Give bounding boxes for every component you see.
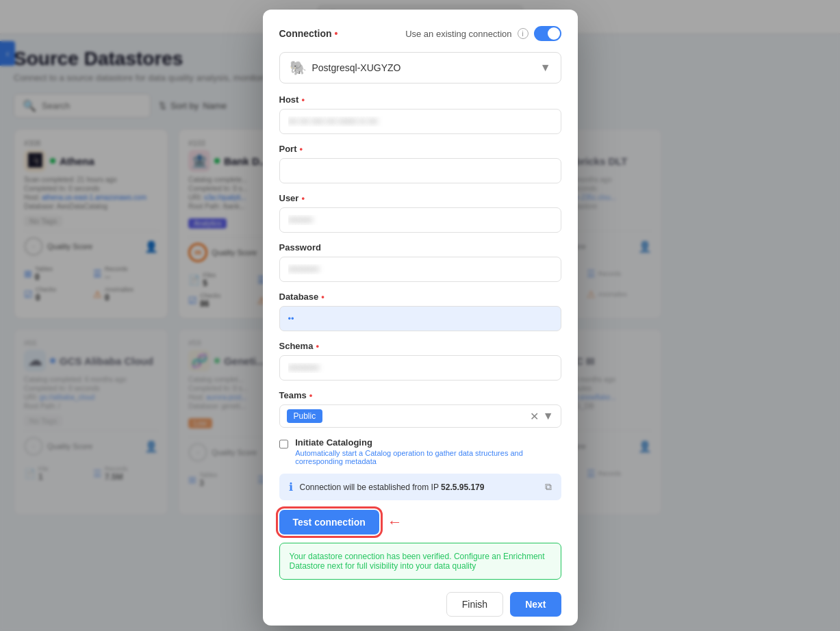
password-group: Password [279,242,561,282]
schema-label: Schema • [279,341,561,351]
ip-info-box: ℹ Connection will be established from IP… [279,474,561,500]
user-group: User • [279,193,561,233]
password-label: Password [279,242,561,253]
port-input[interactable] [279,158,561,183]
connection-dropdown[interactable]: 🐘 Postgresql-XUGYZO ▼ [279,52,561,83]
teams-label: Teams • [279,390,561,400]
teams-required: • [309,390,313,400]
ip-info-text: Connection will be established from IP 5… [300,482,538,492]
port-label: Port • [279,144,561,154]
teams-dropdown-arrow[interactable]: ▼ [543,410,554,422]
user-label: User • [279,193,561,203]
connection-modal: Connection • Use an existing connection … [263,10,578,626]
database-group: Database • [279,292,561,331]
initiate-cataloging-row: Initiate Cataloging Automatically start … [279,437,561,465]
schema-required: • [316,341,319,351]
red-arrow-icon: ← [387,513,403,531]
host-input[interactable] [279,109,561,134]
use-existing-label: Use an existing connection [405,29,511,39]
page-background: 🔍 ‹ Source Datastores Connect to a sourc… [0,0,840,631]
postgres-icon: 🐘 [290,60,307,76]
next-button[interactable]: Next [510,592,561,617]
initiate-cataloging-checkbox[interactable] [279,439,289,450]
host-label: Host • [279,94,561,105]
dropdown-arrow-icon: ▼ [540,62,551,74]
copy-icon[interactable]: ⧉ [545,481,552,493]
port-group: Port • [279,144,561,183]
host-required: • [301,94,305,105]
db-required: • [321,292,324,302]
teams-group: Teams • Public ✕ ▼ [279,390,561,428]
success-message: Your datastore connection has been verif… [290,552,551,571]
required-star: • [335,28,338,39]
database-label: Database • [279,292,561,302]
user-input[interactable] [279,207,561,233]
modal-header: Connection • Use an existing connection … [279,26,561,41]
info-icon[interactable]: i [518,28,529,39]
initiate-cataloging-label: Initiate Cataloging [295,437,561,448]
use-existing-toggle[interactable] [534,26,561,41]
port-required: • [300,144,303,154]
use-existing-row: Use an existing connection i [405,26,561,41]
info-circle-icon: ℹ [289,480,293,493]
teams-input[interactable]: Public ✕ ▼ [279,404,561,428]
clear-team-icon[interactable]: ✕ [530,410,539,423]
schema-group: Schema • [279,341,561,381]
connection-value: Postgresql-XUGYZO [312,62,535,73]
modal-title: Connection • [279,28,338,39]
schema-input[interactable] [279,355,561,381]
host-group: Host • [279,94,561,134]
test-connection-button[interactable]: Test connection [279,510,379,535]
finish-button[interactable]: Finish [446,592,503,617]
test-connection-row: Test connection ← [279,510,561,535]
user-required: • [301,193,305,203]
team-tag-public: Public [287,409,323,423]
database-input[interactable] [279,306,561,331]
password-input[interactable] [279,257,561,282]
initiate-cataloging-desc: Automatically start a Catalog operation … [295,449,561,465]
success-box: Your datastore connection has been verif… [279,543,561,580]
modal-footer: Finish Next [279,589,561,617]
